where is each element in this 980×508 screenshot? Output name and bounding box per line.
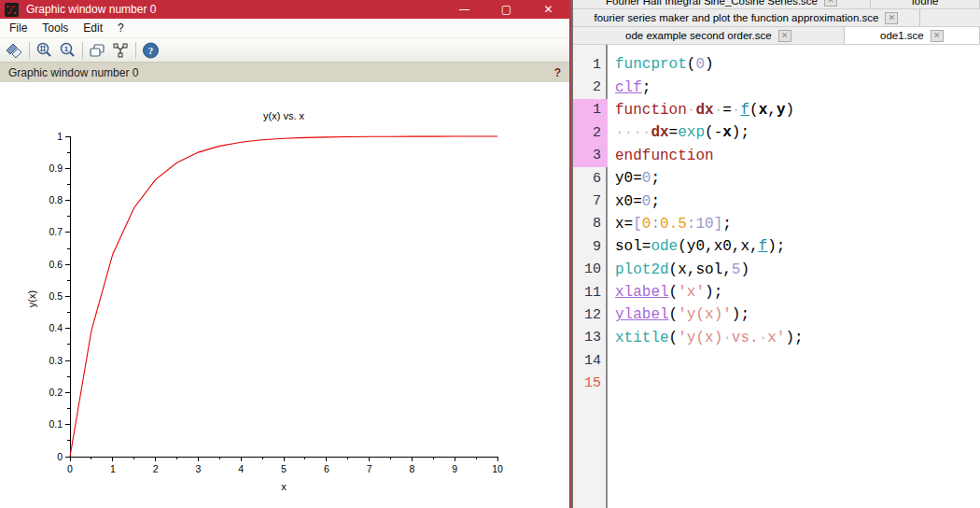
svg-text:6: 6	[324, 463, 329, 474]
tab-close-icon[interactable]: ✕	[931, 30, 944, 42]
tab-file[interactable]: Fourier Half Integral Sine_Cosine Series…	[573, 0, 871, 9]
svg-text:0.6: 0.6	[49, 259, 63, 270]
line-number: 1	[573, 99, 608, 121]
code-line[interactable]: 15	[573, 372, 980, 394]
svg-text:0.2: 0.2	[49, 387, 63, 398]
plot-canvas[interactable]: 01234567891000.10.20.30.40.50.60.70.80.9…	[0, 82, 569, 508]
graphic-window: Graphic window number 0 — ▢ ✕ FileToolsE…	[0, 0, 571, 508]
code-line[interactable]: 6y0=0;	[573, 167, 980, 190]
line-number: 14	[573, 349, 608, 372]
tab-row: fourier series maker and plot the functi…	[573, 9, 980, 27]
svg-text:10: 10	[492, 463, 503, 474]
svg-text:3: 3	[195, 463, 201, 474]
code-line[interactable]: 11xlabel('x');	[573, 281, 980, 303]
code-line[interactable]: 9sol=ode(y0,x0,x,f);	[573, 235, 980, 258]
svg-text:x: x	[281, 481, 287, 492]
copy-icon[interactable]	[86, 40, 109, 61]
code-line[interactable]: 10plot2d(x,sol,5)	[573, 259, 980, 281]
rotate-icon[interactable]	[3, 40, 26, 61]
code-text: ····dx=exp(-x);	[608, 124, 749, 141]
line-number: 2	[573, 76, 608, 98]
svg-text:1: 1	[57, 131, 63, 142]
zoom-reset-icon[interactable]: 1	[56, 40, 79, 61]
line-number: 10	[573, 259, 608, 281]
infobar-text: Graphic window number 0	[8, 66, 138, 79]
code-line[interactable]: 7x0=0;	[573, 190, 980, 212]
tab-close-icon[interactable]: ✕	[885, 12, 898, 24]
menu-item-file[interactable]: File	[2, 20, 35, 36]
screen: Graphic window number 0 — ▢ ✕ FileToolsE…	[0, 0, 980, 508]
line-number: 13	[573, 327, 608, 349]
code-line[interactable]: 2····dx=exp(-x);	[573, 121, 980, 144]
code-line[interactable]: 13xtitle('y(x)·vs.·x');	[573, 327, 980, 349]
minimize-button[interactable]: —	[443, 0, 485, 19]
code-line[interactable]: 1function·dx·=·f(x,y)	[573, 99, 980, 121]
tab-filler	[920, 9, 980, 26]
code-editor[interactable]: 1funcprot(0)2clf;1function·dx·=·f(x,y)2·…	[573, 45, 980, 508]
line-number: 2	[573, 121, 608, 144]
help-icon[interactable]: ?	[139, 40, 162, 61]
infobar: Graphic window number 0 ?	[0, 63, 569, 82]
line-number: 8	[573, 213, 608, 235]
svg-text:4: 4	[238, 463, 244, 474]
svg-text:0.4: 0.4	[49, 322, 63, 333]
line-number: 12	[573, 303, 608, 326]
tab-file[interactable]: fourie	[871, 0, 980, 9]
svg-text:0: 0	[67, 463, 73, 474]
code-text: y0=0;	[608, 170, 660, 187]
menu-item-edit[interactable]: Edit	[76, 20, 110, 36]
svg-text:1: 1	[64, 45, 69, 53]
code-line[interactable]: 2clf;	[573, 76, 980, 98]
code-line[interactable]: 8x=[0:0.5:10];	[573, 213, 980, 235]
tab-label: ode1.sce	[880, 30, 924, 41]
svg-text:?: ?	[148, 45, 154, 56]
window-title: Graphic window number 0	[26, 3, 156, 16]
tab-close-icon[interactable]: ✕	[778, 30, 791, 42]
svg-text:0.8: 0.8	[49, 194, 63, 205]
tab-bar: Fourier Half Integral Sine_Cosine Series…	[573, 0, 980, 45]
tab-label: fourier series maker and plot the functi…	[595, 12, 879, 23]
line-number: 11	[573, 281, 608, 303]
window-controls: — ▢ ✕	[443, 0, 569, 19]
tab-file[interactable]: ode example second order.sce✕	[573, 27, 845, 44]
tab-close-icon[interactable]: ✕	[824, 0, 837, 7]
svg-text:0.5: 0.5	[49, 290, 63, 302]
titlebar: Graphic window number 0 — ▢ ✕	[0, 0, 569, 19]
line-number: 7	[573, 190, 608, 212]
maximize-button[interactable]: ▢	[485, 0, 527, 19]
scinotes-editor: Fourier Half Integral Sine_Cosine Series…	[571, 0, 980, 508]
svg-text:0.9: 0.9	[49, 162, 63, 174]
zoom-area-icon[interactable]	[33, 40, 56, 61]
menu-item-help[interactable]: ?	[110, 20, 132, 36]
line-number: 9	[573, 235, 608, 258]
svg-text:0.3: 0.3	[49, 355, 63, 366]
tab-row: ode example second order.sce✕ode1.sce✕	[573, 27, 980, 45]
graph-editor-icon[interactable]	[109, 40, 133, 61]
code-line[interactable]: 12ylabel('y(x)');	[573, 303, 980, 326]
tab-active[interactable]: ode1.sce✕	[845, 27, 980, 44]
code-line[interactable]: 14	[573, 349, 980, 372]
tab-label: Fourier Half Integral Sine_Cosine Series…	[606, 0, 818, 7]
code-text: endfunction	[608, 148, 714, 164]
code-text: xtitle('y(x)·vs.·x');	[608, 330, 804, 346]
tab-file[interactable]: fourier series maker and plot the functi…	[573, 9, 920, 26]
code-line[interactable]: 3endfunction	[573, 145, 980, 167]
svg-text:0.7: 0.7	[49, 226, 63, 237]
line-number: 1	[573, 53, 608, 76]
code-text: x=[0:0.5:10];	[608, 216, 732, 233]
svg-text:2: 2	[153, 463, 159, 474]
line-number: 3	[573, 145, 608, 167]
code-text: function·dx·=·f(x,y)	[608, 102, 794, 119]
code-text: sol=ode(y0,x0,x,f);	[608, 238, 785, 255]
scilab-icon	[5, 3, 19, 17]
infobar-help-icon[interactable]: ?	[554, 66, 561, 79]
svg-text:0.1: 0.1	[49, 418, 63, 430]
svg-text:y(x): y(x)	[26, 290, 37, 307]
svg-text:0: 0	[57, 451, 63, 462]
menu-item-tools[interactable]: Tools	[35, 20, 76, 36]
code-line[interactable]: 1funcprot(0)	[573, 53, 980, 76]
toolbar: 1	[0, 38, 569, 63]
code-lines: 1funcprot(0)2clf;1function·dx·=·f(x,y)2·…	[573, 53, 980, 395]
toolbar-separator	[29, 42, 30, 59]
close-button[interactable]: ✕	[527, 0, 569, 19]
